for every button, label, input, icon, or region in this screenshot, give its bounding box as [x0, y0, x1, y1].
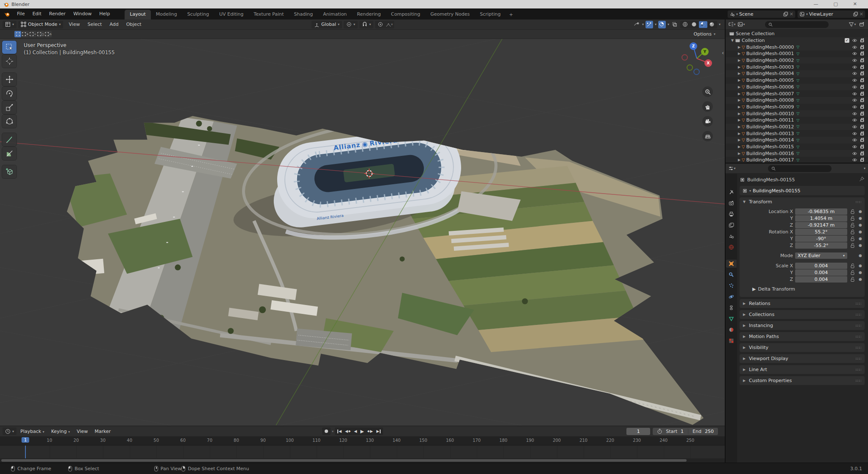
camera-disable-icon[interactable] — [860, 117, 865, 123]
gizmo-z-axis[interactable]: Z — [690, 42, 697, 50]
camera-disable-icon[interactable] — [860, 97, 865, 103]
camera-disable-icon[interactable] — [860, 51, 865, 56]
viewport-menu-item[interactable]: Object — [122, 19, 145, 30]
play-reverse-button[interactable]: ◀ — [353, 429, 358, 433]
tool-select-box[interactable] — [2, 41, 17, 54]
eye-icon[interactable] — [852, 84, 857, 90]
collapse-icon[interactable]: ▼ — [730, 39, 735, 42]
select-mode-extend[interactable]: + — [22, 31, 29, 37]
transform-value-field[interactable]: -0.92147 m — [795, 222, 847, 228]
animate-dot[interactable]: ● — [858, 223, 863, 227]
camera-disable-icon[interactable] — [860, 144, 865, 150]
panel-grip-icon[interactable] — [855, 369, 861, 371]
tab-particles[interactable] — [726, 282, 737, 290]
animate-dot[interactable]: ● — [858, 236, 863, 241]
eye-icon[interactable] — [852, 104, 857, 110]
camera-disable-icon[interactable] — [860, 64, 865, 70]
show-gizmo-toggle[interactable] — [645, 21, 653, 28]
object-name-field[interactable]: ▾ BuildingMesh-00155 — [740, 186, 865, 195]
prev-keyframe-button[interactable]: ◀◆ — [344, 429, 352, 433]
eye-icon[interactable] — [852, 124, 857, 130]
select-mode-invert[interactable]: ○ — [37, 31, 44, 37]
blender-menu-button[interactable] — [0, 8, 13, 19]
workspace-tab[interactable]: Modeling — [151, 10, 182, 19]
expand-icon[interactable]: ▶ — [737, 65, 742, 69]
select-mode-new[interactable] — [14, 31, 21, 37]
collapsed-panel[interactable]: ▶ Custom Properties — [740, 376, 865, 385]
collapsed-panel[interactable]: ▶ Visibility — [740, 343, 865, 352]
animate-dot[interactable]: ● — [858, 216, 863, 220]
auto-keying-toggle[interactable] — [322, 427, 331, 435]
tab-modifiers[interactable] — [726, 271, 737, 279]
camera-disable-icon[interactable] — [860, 111, 865, 116]
lock-icon[interactable] — [849, 216, 856, 221]
outliner-object-row[interactable]: ▶ ▽ BuildingMesh-00010 ▽ — [726, 110, 868, 117]
expand-icon[interactable]: ▶ — [737, 118, 742, 122]
menu-item[interactable]: File — [13, 8, 28, 19]
eye-icon[interactable] — [852, 44, 857, 50]
outliner-object-row[interactable]: ▶ ▽ BuildingMesh-00015 ▽ — [726, 144, 868, 150]
expand-icon[interactable]: ▶ — [737, 152, 742, 155]
lock-icon[interactable] — [849, 229, 856, 235]
menu-item[interactable]: Edit — [28, 8, 45, 19]
expand-icon[interactable]: ▶ — [737, 145, 742, 149]
proportional-falloff-dropdown[interactable]: ▾ — [385, 21, 393, 28]
editor-type-button[interactable]: ▾ — [3, 21, 17, 28]
start-frame-field[interactable]: Start1 — [653, 429, 688, 434]
tool-scale[interactable] — [2, 101, 17, 114]
expand-icon[interactable]: ▶ — [737, 132, 742, 136]
camera-disable-icon[interactable] — [860, 91, 865, 97]
animate-dot[interactable]: ● — [858, 230, 863, 234]
camera-disable-icon[interactable] — [860, 78, 865, 83]
gizmo-y-neg[interactable] — [687, 64, 693, 71]
add-workspace-button[interactable]: + — [506, 10, 517, 19]
workspace-tab[interactable]: Rendering — [352, 10, 386, 19]
eye-icon[interactable] — [852, 144, 857, 150]
current-frame-field[interactable]: 1 — [626, 428, 650, 435]
lock-icon[interactable] — [849, 209, 856, 214]
timeline-scrollbar[interactable] — [0, 458, 725, 463]
mode-dropdown[interactable]: Object Mode ▾ — [18, 21, 63, 28]
outliner-row-collection[interactable]: ▼ Collection ✓ — [726, 37, 868, 44]
expand-icon[interactable]: ▶ — [737, 85, 742, 89]
options-dropdown[interactable]: Options ▾ — [694, 31, 721, 37]
animate-dot[interactable]: ● — [858, 253, 863, 258]
expand-icon[interactable]: ▶ — [737, 98, 742, 102]
outliner-object-row[interactable]: ▶ ▽ BuildingMesh-00005 ▽ — [726, 77, 868, 84]
camera-disable-icon[interactable] — [860, 38, 865, 43]
lock-icon[interactable] — [849, 270, 856, 275]
eye-icon[interactable] — [852, 71, 857, 76]
collapsed-panel[interactable]: ▶ Line Art — [740, 365, 865, 374]
camera-view-button[interactable] — [702, 116, 713, 127]
panel-grip-icon[interactable] — [855, 380, 861, 382]
lock-icon[interactable] — [849, 263, 856, 269]
navigation-gizmo[interactable]: Z Y X — [676, 42, 715, 80]
workspace-tab[interactable]: Texture Paint — [249, 10, 289, 19]
new-collection-button[interactable] — [858, 21, 865, 28]
properties-options-dropdown[interactable]: ▾ — [864, 166, 865, 170]
properties-editor-type-button[interactable]: ▾ — [728, 165, 736, 172]
lock-icon[interactable] — [849, 236, 856, 241]
play-button[interactable]: ▶ — [359, 429, 365, 434]
current-frame-indicator[interactable]: 1 — [22, 437, 29, 443]
expand-icon[interactable]: ▶ — [737, 78, 742, 82]
collapsed-panel[interactable]: ▶ Viewport Display — [740, 354, 865, 363]
camera-disable-icon[interactable] — [860, 44, 865, 50]
eye-icon[interactable] — [852, 151, 857, 156]
camera-disable-icon[interactable] — [860, 151, 865, 156]
new-viewlayer-icon[interactable] — [853, 11, 858, 17]
transform-value-field[interactable]: -90° — [795, 236, 847, 242]
eye-icon[interactable] — [852, 51, 857, 56]
sidebar-toggle-arrow[interactable]: ‹ — [722, 50, 724, 56]
transform-panel-header[interactable]: ▼ Transform — [740, 197, 865, 206]
outliner-object-row[interactable]: ▶ ▽ BuildingMesh-00012 ▽ — [726, 124, 868, 130]
eye-icon[interactable] — [852, 64, 857, 70]
collapsed-panel[interactable]: ▶ Collections — [740, 310, 865, 319]
transform-value-field[interactable]: 0.004 — [795, 276, 847, 283]
snap-toggle[interactable]: ▾ — [359, 21, 373, 28]
outliner-object-row[interactable]: ▶ ▽ BuildingMesh-00016 ▽ — [726, 150, 868, 157]
panel-grip-icon[interactable] — [855, 335, 861, 338]
pivot-point-dropdown[interactable]: ▾ — [344, 21, 358, 28]
timeline-track-area[interactable] — [0, 446, 725, 458]
new-scene-icon[interactable] — [783, 11, 788, 17]
